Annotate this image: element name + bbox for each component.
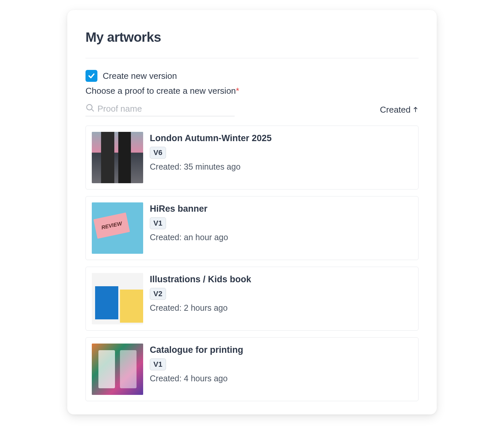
proof-info: HiRes banner V1 Created: an hour ago bbox=[150, 202, 228, 242]
created-text: Created: an hour ago bbox=[150, 233, 228, 242]
version-badge: V1 bbox=[150, 217, 166, 229]
version-badge: V1 bbox=[150, 358, 166, 370]
proof-search-input[interactable] bbox=[97, 104, 235, 114]
sort-label: Created bbox=[380, 105, 411, 115]
arrow-up-icon bbox=[413, 105, 419, 115]
proof-item[interactable]: Catalogue for printing V1 Created: 4 hou… bbox=[85, 337, 419, 401]
proof-info: London Autumn-Winter 2025 V6 Created: 35… bbox=[150, 132, 272, 172]
proof-title: London Autumn-Winter 2025 bbox=[150, 133, 272, 143]
header-divider bbox=[85, 58, 419, 58]
version-badge: V2 bbox=[150, 288, 166, 300]
proof-title: Catalogue for printing bbox=[150, 345, 243, 355]
proof-item[interactable]: HiRes banner V1 Created: an hour ago bbox=[85, 196, 419, 260]
create-version-label: Create new version bbox=[103, 71, 177, 81]
instruction-text: Choose a proof to create a new version* bbox=[85, 86, 419, 96]
proof-thumbnail bbox=[92, 273, 143, 324]
proof-thumbnail bbox=[92, 344, 143, 395]
create-version-row: Create new version bbox=[85, 70, 419, 82]
proof-item[interactable]: London Autumn-Winter 2025 V6 Created: 35… bbox=[85, 126, 419, 189]
required-asterisk: * bbox=[236, 86, 239, 96]
sort-button[interactable]: Created bbox=[380, 105, 419, 115]
proof-item[interactable]: Illustrations / Kids book V2 Created: 2 … bbox=[85, 267, 419, 331]
check-icon bbox=[88, 72, 95, 80]
proof-thumbnail bbox=[92, 132, 143, 183]
artworks-panel: My artworks Create new version Choose a … bbox=[67, 10, 437, 414]
proof-search-field[interactable] bbox=[85, 103, 235, 116]
version-badge: V6 bbox=[150, 147, 166, 159]
search-icon bbox=[85, 103, 95, 114]
proof-info: Catalogue for printing V1 Created: 4 hou… bbox=[150, 344, 243, 383]
created-text: Created: 35 minutes ago bbox=[150, 162, 272, 172]
created-text: Created: 4 hours ago bbox=[150, 374, 243, 383]
created-text: Created: 2 hours ago bbox=[150, 303, 251, 313]
search-sort-row: Created bbox=[85, 103, 419, 116]
proof-title: Illustrations / Kids book bbox=[150, 274, 251, 285]
page-title: My artworks bbox=[85, 30, 419, 45]
proof-info: Illustrations / Kids book V2 Created: 2 … bbox=[150, 273, 251, 313]
create-version-checkbox[interactable] bbox=[85, 70, 97, 82]
proof-title: HiRes banner bbox=[150, 204, 228, 214]
proof-thumbnail bbox=[92, 202, 143, 254]
proof-list: London Autumn-Winter 2025 V6 Created: 35… bbox=[85, 126, 419, 401]
instruction-label: Choose a proof to create a new version bbox=[85, 86, 236, 96]
